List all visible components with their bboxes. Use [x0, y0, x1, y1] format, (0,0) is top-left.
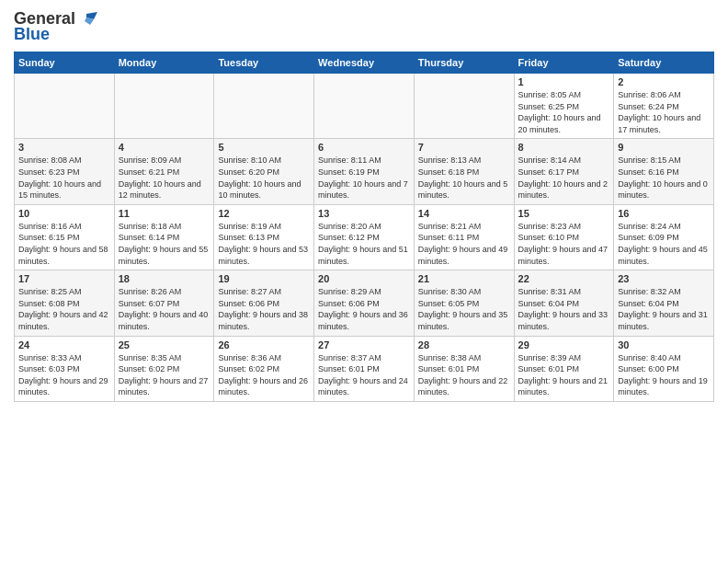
day-info: Sunrise: 8:05 AMSunset: 6:25 PMDaylight:… — [518, 89, 610, 135]
day-info: Sunrise: 8:29 AMSunset: 6:06 PMDaylight:… — [318, 286, 410, 332]
day-number: 10 — [18, 208, 110, 219]
weekday-header-row: SundayMondayTuesdayWednesdayThursdayFrid… — [15, 52, 714, 74]
day-cell — [114, 74, 214, 139]
day-cell: 15Sunrise: 8:23 AMSunset: 6:10 PMDayligh… — [514, 204, 614, 270]
day-number: 13 — [318, 208, 410, 219]
day-cell: 27Sunrise: 8:37 AMSunset: 6:01 PMDayligh… — [314, 336, 415, 401]
day-cell — [314, 74, 415, 139]
logo: General Blue — [14, 9, 97, 44]
day-number: 27 — [318, 339, 410, 350]
day-cell: 18Sunrise: 8:26 AMSunset: 6:07 PMDayligh… — [114, 270, 214, 336]
weekday-header-monday: Monday — [114, 52, 214, 74]
weekday-header-friday: Friday — [514, 52, 614, 74]
day-number: 28 — [418, 339, 510, 350]
week-row-4: 17Sunrise: 8:25 AMSunset: 6:08 PMDayligh… — [15, 270, 714, 336]
weekday-header-tuesday: Tuesday — [214, 52, 314, 74]
day-number: 30 — [618, 339, 710, 350]
day-info: Sunrise: 8:26 AMSunset: 6:07 PMDaylight:… — [119, 286, 210, 332]
day-cell: 30Sunrise: 8:40 AMSunset: 6:00 PMDayligh… — [614, 336, 714, 401]
day-number: 1 — [518, 76, 610, 87]
day-cell: 10Sunrise: 8:16 AMSunset: 6:15 PMDayligh… — [15, 204, 115, 270]
day-info: Sunrise: 8:40 AMSunset: 6:00 PMDaylight:… — [618, 352, 710, 398]
day-cell: 14Sunrise: 8:21 AMSunset: 6:11 PMDayligh… — [414, 204, 514, 270]
day-cell: 4Sunrise: 8:09 AMSunset: 6:21 PMDaylight… — [114, 139, 214, 204]
day-info: Sunrise: 8:38 AMSunset: 6:01 PMDaylight:… — [418, 352, 510, 398]
day-cell: 25Sunrise: 8:35 AMSunset: 6:02 PMDayligh… — [114, 336, 214, 401]
day-number: 6 — [318, 142, 410, 153]
day-info: Sunrise: 8:39 AMSunset: 6:01 PMDaylight:… — [518, 352, 610, 398]
day-info: Sunrise: 8:37 AMSunset: 6:01 PMDaylight:… — [318, 352, 410, 398]
calendar-table: SundayMondayTuesdayWednesdayThursdayFrid… — [14, 52, 714, 402]
day-number: 18 — [119, 273, 210, 284]
weekday-header-wednesday: Wednesday — [314, 52, 415, 74]
day-cell: 7Sunrise: 8:13 AMSunset: 6:18 PMDaylight… — [414, 139, 514, 204]
day-number: 25 — [119, 339, 210, 350]
day-info: Sunrise: 8:20 AMSunset: 6:12 PMDaylight:… — [318, 221, 410, 267]
day-number: 16 — [618, 208, 710, 219]
week-row-5: 24Sunrise: 8:33 AMSunset: 6:03 PMDayligh… — [15, 336, 714, 401]
week-row-2: 3Sunrise: 8:08 AMSunset: 6:23 PMDaylight… — [15, 139, 714, 204]
day-cell — [214, 74, 314, 139]
day-number: 19 — [218, 273, 310, 284]
day-info: Sunrise: 8:09 AMSunset: 6:21 PMDaylight:… — [119, 155, 210, 201]
day-number: 23 — [618, 273, 710, 284]
day-info: Sunrise: 8:06 AMSunset: 6:24 PMDaylight:… — [618, 89, 710, 135]
day-info: Sunrise: 8:27 AMSunset: 6:06 PMDaylight:… — [218, 286, 310, 332]
day-number: 4 — [119, 142, 210, 153]
day-info: Sunrise: 8:32 AMSunset: 6:04 PMDaylight:… — [618, 286, 710, 332]
day-cell: 17Sunrise: 8:25 AMSunset: 6:08 PMDayligh… — [15, 270, 115, 336]
day-cell: 23Sunrise: 8:32 AMSunset: 6:04 PMDayligh… — [614, 270, 714, 336]
day-info: Sunrise: 8:25 AMSunset: 6:08 PMDaylight:… — [18, 286, 110, 332]
day-cell: 12Sunrise: 8:19 AMSunset: 6:13 PMDayligh… — [214, 204, 314, 270]
day-info: Sunrise: 8:11 AMSunset: 6:19 PMDaylight:… — [318, 155, 410, 201]
week-row-3: 10Sunrise: 8:16 AMSunset: 6:15 PMDayligh… — [15, 204, 714, 270]
day-cell: 26Sunrise: 8:36 AMSunset: 6:02 PMDayligh… — [214, 336, 314, 401]
day-info: Sunrise: 8:30 AMSunset: 6:05 PMDaylight:… — [418, 286, 510, 332]
week-row-1: 1Sunrise: 8:05 AMSunset: 6:25 PMDaylight… — [15, 74, 714, 139]
day-cell: 1Sunrise: 8:05 AMSunset: 6:25 PMDaylight… — [514, 74, 614, 139]
day-number: 2 — [618, 76, 710, 87]
day-info: Sunrise: 8:15 AMSunset: 6:16 PMDaylight:… — [618, 155, 710, 201]
day-number: 26 — [218, 339, 310, 350]
day-number: 3 — [18, 142, 110, 153]
day-info: Sunrise: 8:16 AMSunset: 6:15 PMDaylight:… — [18, 221, 110, 267]
day-cell: 19Sunrise: 8:27 AMSunset: 6:06 PMDayligh… — [214, 270, 314, 336]
day-cell: 11Sunrise: 8:18 AMSunset: 6:14 PMDayligh… — [114, 204, 214, 270]
day-number: 14 — [418, 208, 510, 219]
day-cell: 6Sunrise: 8:11 AMSunset: 6:19 PMDaylight… — [314, 139, 415, 204]
header: General Blue — [14, 9, 714, 44]
day-info: Sunrise: 8:31 AMSunset: 6:04 PMDaylight:… — [518, 286, 610, 332]
day-info: Sunrise: 8:24 AMSunset: 6:09 PMDaylight:… — [618, 221, 710, 267]
day-number: 12 — [218, 208, 310, 219]
weekday-header-sunday: Sunday — [15, 52, 115, 74]
weekday-header-saturday: Saturday — [614, 52, 714, 74]
day-number: 20 — [318, 273, 410, 284]
day-cell: 3Sunrise: 8:08 AMSunset: 6:23 PMDaylight… — [15, 139, 115, 204]
logo-text-blue: Blue — [14, 25, 50, 44]
day-cell: 21Sunrise: 8:30 AMSunset: 6:05 PMDayligh… — [414, 270, 514, 336]
day-info: Sunrise: 8:33 AMSunset: 6:03 PMDaylight:… — [18, 352, 110, 398]
day-number: 21 — [418, 273, 510, 284]
day-cell: 20Sunrise: 8:29 AMSunset: 6:06 PMDayligh… — [314, 270, 415, 336]
day-info: Sunrise: 8:23 AMSunset: 6:10 PMDaylight:… — [518, 221, 610, 267]
day-cell: 28Sunrise: 8:38 AMSunset: 6:01 PMDayligh… — [414, 336, 514, 401]
weekday-header-thursday: Thursday — [414, 52, 514, 74]
day-cell: 29Sunrise: 8:39 AMSunset: 6:01 PMDayligh… — [514, 336, 614, 401]
day-number: 24 — [18, 339, 110, 350]
day-cell: 22Sunrise: 8:31 AMSunset: 6:04 PMDayligh… — [514, 270, 614, 336]
day-number: 9 — [618, 142, 710, 153]
day-cell: 8Sunrise: 8:14 AMSunset: 6:17 PMDaylight… — [514, 139, 614, 204]
day-info: Sunrise: 8:18 AMSunset: 6:14 PMDaylight:… — [119, 221, 210, 267]
day-number: 11 — [119, 208, 210, 219]
day-cell: 2Sunrise: 8:06 AMSunset: 6:24 PMDaylight… — [614, 74, 714, 139]
day-cell — [414, 74, 514, 139]
day-info: Sunrise: 8:08 AMSunset: 6:23 PMDaylight:… — [18, 155, 110, 201]
day-number: 22 — [518, 273, 610, 284]
day-number: 15 — [518, 208, 610, 219]
day-info: Sunrise: 8:10 AMSunset: 6:20 PMDaylight:… — [218, 155, 310, 201]
day-number: 17 — [18, 273, 110, 284]
day-info: Sunrise: 8:21 AMSunset: 6:11 PMDaylight:… — [418, 221, 510, 267]
day-number: 8 — [518, 142, 610, 153]
day-info: Sunrise: 8:14 AMSunset: 6:17 PMDaylight:… — [518, 155, 610, 201]
day-number: 5 — [218, 142, 310, 153]
